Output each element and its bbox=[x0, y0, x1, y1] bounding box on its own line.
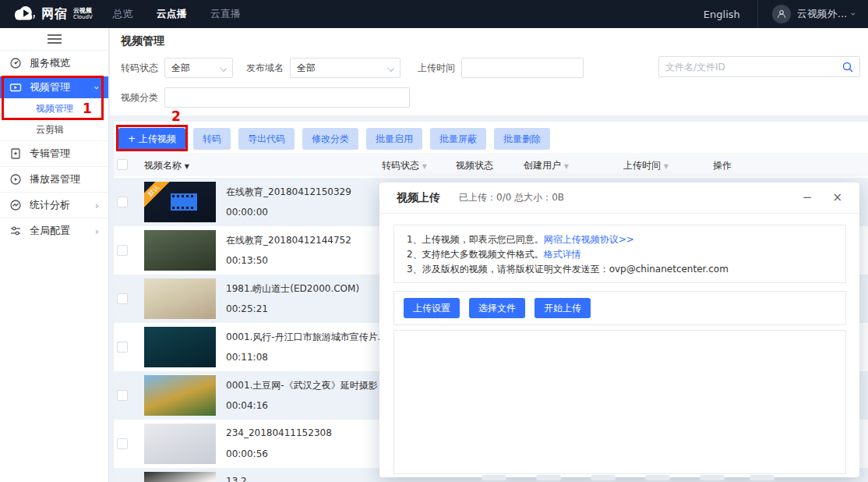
language-switch[interactable]: English bbox=[704, 9, 740, 20]
sort-caret-icon: ▼ bbox=[185, 163, 189, 170]
chevron-down-icon bbox=[387, 65, 394, 72]
sidebar-item-statistics[interactable]: 统计分析 › bbox=[0, 192, 108, 218]
video-name: 在线教育_20180412144752 bbox=[226, 234, 351, 247]
modal-header: 视频上传 已上传：0/0 总大小：0B − × bbox=[379, 183, 859, 214]
annotation-step-2: 2 bbox=[171, 108, 181, 124]
transcode-status-label: 转码状态 bbox=[121, 62, 158, 75]
user-avatar[interactable] bbox=[772, 5, 791, 23]
close-icon[interactable]: × bbox=[832, 192, 842, 204]
upload-notes: 1、上传视频，即表示您已同意。网宿上传视频协议>> 2、支持绝大多数视频文件格式… bbox=[393, 225, 846, 283]
video-name: 1981.崂山道士(ED2000.COM) bbox=[226, 282, 359, 296]
column-upload-time[interactable]: 上传时间 ▼ bbox=[623, 159, 669, 172]
export-code-button[interactable]: 导出代码 bbox=[238, 128, 295, 150]
row-checkbox[interactable] bbox=[117, 245, 128, 256]
watermark bbox=[750, 475, 774, 480]
upload-modal: 视频上传 已上传：0/0 总大小：0B − × 1、上传视频，即表示您已同意。网… bbox=[379, 183, 859, 477]
video-name: 在线教育_20180412150329 bbox=[226, 186, 351, 199]
app-window: 网宿 云视频 CloudV 总览 云点播 云直播 English 云视频外...… bbox=[0, 0, 868, 482]
minimize-icon[interactable]: − bbox=[803, 192, 813, 204]
watermark bbox=[645, 475, 670, 480]
chevron-right-icon: › bbox=[95, 225, 99, 237]
primary-nav: 总览 云点播 云直播 bbox=[113, 7, 241, 21]
sidebar-subitem-video-management[interactable]: 视频管理 bbox=[0, 98, 108, 119]
upload-video-button[interactable]: + 上传视频 bbox=[118, 128, 185, 150]
video-name: 234_20180411152308 bbox=[226, 427, 332, 438]
video-thumbnail bbox=[144, 327, 216, 367]
upload-time-input[interactable] bbox=[461, 58, 584, 78]
column-create-user[interactable]: 创建用户 ▼ bbox=[524, 159, 569, 172]
batch-block-button[interactable]: 批量屏蔽 bbox=[430, 128, 486, 150]
video-thumbnail bbox=[144, 230, 216, 271]
upload-status-text: 已上传：0/0 总大小：0B bbox=[459, 191, 564, 204]
annotation-step-1: 1 bbox=[83, 101, 92, 116]
video-name: 0001.土豆网-《武汉之夜》延时摄影 ... bbox=[226, 379, 390, 392]
publish-domain-select[interactable]: 全部 bbox=[290, 58, 400, 78]
video-duration: 00:13:50 bbox=[226, 255, 268, 266]
gauge-icon bbox=[9, 57, 22, 69]
format-details-link[interactable]: 格式详情 bbox=[544, 249, 581, 260]
upload-agreement-link[interactable]: 网宿上传视频协议>> bbox=[544, 234, 634, 245]
column-actions: 操作 bbox=[713, 159, 732, 172]
sidebar-item-album-management[interactable]: 专辑管理 bbox=[0, 140, 108, 166]
publish-domain-label: 发布域名 bbox=[246, 62, 284, 75]
collapse-menu-icon[interactable] bbox=[48, 32, 62, 46]
user-menu[interactable]: 云视频外... bbox=[797, 7, 847, 21]
note-line: 2、支持绝大多数视频文件格式。格式详情 bbox=[407, 247, 833, 262]
upload-settings-button[interactable]: 上传设置 bbox=[404, 298, 460, 318]
sidebar: 服务概览 视频管理 › 视频管理 云剪辑 专辑管理 播放器管理 bbox=[0, 28, 109, 482]
sidebar-item-player-management[interactable]: 播放器管理 bbox=[0, 166, 108, 192]
watermark bbox=[482, 475, 506, 480]
transcode-button[interactable]: 转码 bbox=[193, 128, 231, 150]
transcode-status-select[interactable]: 全部 bbox=[164, 58, 233, 78]
file-list-area bbox=[393, 330, 846, 474]
brand-logo[interactable]: 网宿 云视频 CloudV bbox=[12, 5, 93, 24]
row-checkbox[interactable] bbox=[117, 438, 128, 449]
column-transcode-status[interactable]: 转码状态 ▼ bbox=[382, 159, 427, 172]
batch-delete-button[interactable]: 批量删除 bbox=[494, 128, 550, 150]
video-duration: 00:00:00 bbox=[226, 207, 268, 218]
nav-tab-live[interactable]: 云直播 bbox=[210, 7, 241, 21]
video-category-input[interactable] bbox=[164, 87, 410, 108]
album-icon bbox=[9, 147, 22, 160]
sidebar-item-service-overview[interactable]: 服务概览 bbox=[0, 50, 108, 76]
row-checkbox[interactable] bbox=[117, 390, 128, 401]
row-checkbox[interactable] bbox=[117, 342, 128, 353]
modify-category-button[interactable]: 修改分类 bbox=[302, 128, 358, 150]
sidebar-item-global-config[interactable]: 全局配置 › bbox=[0, 218, 108, 243]
filmstrip-icon bbox=[171, 193, 197, 211]
stats-icon bbox=[9, 199, 22, 211]
watermark bbox=[700, 475, 725, 480]
upload-time-label: 上传时间 bbox=[418, 62, 455, 75]
cloud-play-logo-icon bbox=[12, 5, 36, 24]
sliders-icon bbox=[9, 225, 22, 237]
video-icon bbox=[9, 81, 22, 94]
search-input[interactable] bbox=[659, 57, 836, 76]
search-icon[interactable] bbox=[836, 61, 859, 73]
nav-tab-vod[interactable]: 云点播 bbox=[157, 7, 187, 21]
sidebar-subitem-cloud-editing[interactable]: 云剪辑 bbox=[0, 119, 108, 140]
sidebar-item-video-management[interactable]: 视频管理 › bbox=[0, 76, 108, 98]
video-duration: 00:25:21 bbox=[226, 303, 268, 314]
topbar-divider bbox=[757, 0, 758, 28]
row-checkbox[interactable] bbox=[117, 197, 128, 207]
video-thumbnail bbox=[144, 375, 216, 416]
batch-enable-button[interactable]: 批量启用 bbox=[366, 128, 422, 150]
filter-panel: 视频管理 转码状态 全部 发布域名 全部 上传时间 视频分类 bbox=[110, 28, 868, 115]
upload-actions: 上传设置 选择文件 开始上传 bbox=[393, 291, 846, 325]
nav-tab-overview[interactable]: 总览 bbox=[113, 7, 133, 21]
filter-caret-icon: ▼ bbox=[422, 163, 427, 170]
chevron-down-icon[interactable]: › bbox=[849, 12, 859, 16]
chevron-right-icon: › bbox=[95, 200, 99, 211]
note-line: 3、涉及版权的视频，请将版权证明文件发送至：ovp@chinanetcenter… bbox=[407, 262, 833, 277]
column-video-name[interactable]: 视频名称 ▼ bbox=[144, 159, 189, 172]
choose-file-button[interactable]: 选择文件 bbox=[469, 298, 525, 318]
start-upload-button[interactable]: 开始上传 bbox=[535, 298, 591, 318]
row-checkbox[interactable] bbox=[117, 293, 128, 304]
video-thumbnail bbox=[144, 472, 216, 482]
video-name: 13.2 bbox=[226, 476, 247, 482]
select-all-checkbox[interactable] bbox=[117, 159, 128, 170]
note-line: 1、上传视频，即表示您已同意。网宿上传视频协议>> bbox=[407, 232, 833, 247]
brand-subtitle: 云视频 CloudV bbox=[73, 8, 93, 20]
video-thumbnail bbox=[144, 424, 216, 464]
video-category-label: 视频分类 bbox=[121, 91, 158, 105]
